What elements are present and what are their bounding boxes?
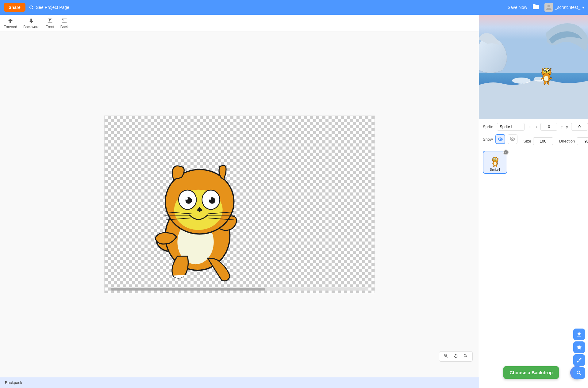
main-layout: Forward Backward Front Back [0, 15, 588, 388]
size-input[interactable] [533, 137, 553, 145]
username-label: _scratchtest_ [555, 5, 580, 10]
canvas-scrollbar-thumb [111, 288, 265, 291]
xy-arrows-icon: ↔ [528, 124, 532, 130]
show-visible-button[interactable] [495, 134, 505, 144]
arctic-background [479, 15, 588, 119]
direction-label: Direction [559, 139, 575, 143]
toolbar-item-front[interactable]: Front [46, 17, 54, 29]
folder-icon[interactable] [532, 3, 540, 12]
zoom-reset-icon [453, 353, 458, 358]
show-size-row: Show [483, 134, 588, 148]
editor-panel: Forward Backward Front Back [0, 15, 479, 388]
choose-backdrop-button[interactable]: Choose a Backdrop [503, 366, 559, 379]
toolbar-item-back[interactable]: Back [60, 17, 69, 29]
zoom-out-button[interactable] [442, 353, 450, 360]
size-label: Size [524, 139, 531, 143]
save-now-button[interactable]: Save Now [508, 5, 527, 10]
scratch-cat-sprite [132, 131, 255, 284]
star-icon [576, 344, 582, 350]
sprite-panel: Sprite ↔ x ↕ y Show [479, 119, 588, 388]
refresh-icon [29, 5, 34, 10]
direction-input[interactable] [577, 137, 588, 145]
toolbar-item-forward[interactable]: Forward [4, 17, 17, 29]
backward-label: Backward [23, 25, 40, 29]
back-label: Back [60, 25, 69, 29]
see-project-label: See Project Page [36, 5, 69, 10]
svg-point-35 [494, 162, 496, 165]
avatar-icon [545, 4, 552, 11]
svg-point-32 [494, 158, 494, 159]
see-project-button[interactable]: See Project Page [29, 5, 69, 10]
upload-icon [576, 331, 582, 337]
upload-action-button[interactable] [573, 329, 585, 340]
side-action-buttons [573, 329, 585, 379]
toolbar: Forward Backward Front Back [0, 15, 479, 32]
show-row: Show [483, 134, 517, 144]
navbar: Share See Project Page Save Now _scratch… [0, 0, 588, 15]
eye-icon [498, 136, 503, 142]
yz-arrows-icon: ↕ [560, 124, 563, 130]
search-icon [576, 370, 582, 376]
sprite-thumb-sprite1[interactable]: × [483, 151, 507, 174]
direction-group: Direction [559, 137, 588, 145]
stage-preview [479, 15, 588, 119]
zoom-controls [439, 351, 473, 362]
backward-icon [28, 17, 35, 24]
sprite1-label: Sprite1 [490, 168, 501, 171]
navbar-right: Save Now _scratchtest_ ▾ [508, 3, 584, 12]
sprite-delete-button[interactable]: × [503, 150, 509, 155]
canvas-scrollbar[interactable] [111, 288, 368, 291]
front-icon [47, 17, 53, 24]
show-label: Show [483, 137, 493, 142]
sprite-name-input[interactable] [497, 123, 525, 131]
zoom-in-button[interactable] [461, 353, 470, 360]
paint-action-button[interactable] [573, 354, 585, 366]
svg-point-9 [209, 197, 211, 200]
star-action-button[interactable] [573, 341, 585, 353]
front-label: Front [46, 25, 54, 29]
eye-slash-icon [510, 136, 515, 142]
svg-point-24 [544, 70, 546, 71]
forward-label: Forward [4, 25, 17, 29]
show-hidden-button[interactable] [508, 134, 517, 144]
delete-icon: × [504, 150, 508, 154]
svg-point-33 [496, 158, 497, 159]
folder-svg [532, 3, 540, 10]
arctic-scene [479, 15, 588, 119]
zoom-in-icon [463, 353, 468, 358]
user-avatar [544, 3, 553, 12]
toolbar-item-backward[interactable]: Backward [23, 17, 40, 29]
sprite-info-row: Sprite ↔ x ↕ y [483, 123, 588, 131]
back-icon [61, 17, 68, 24]
sprites-list: × [483, 151, 588, 174]
stage-col: Sprite ↔ x ↕ y Show [479, 119, 588, 388]
forward-icon [7, 17, 14, 24]
sprite1-thumbnail [488, 154, 502, 167]
paint-icon [576, 357, 582, 363]
backpack-label: Backpack [5, 380, 22, 385]
canvas-wrapper [104, 116, 375, 293]
zoom-out-icon [444, 353, 448, 358]
svg-point-18 [512, 78, 531, 84]
x-label: x [536, 124, 538, 129]
svg-point-27 [544, 76, 548, 81]
canvas-container [0, 32, 479, 377]
y-coord-input[interactable] [571, 123, 588, 131]
share-button[interactable]: Share [4, 3, 25, 12]
x-coord-input[interactable] [540, 123, 557, 131]
backpack-bar[interactable]: Backpack [0, 377, 479, 388]
y-label: y [566, 124, 568, 129]
right-panel: Sprite ↔ x ↕ y Show [479, 15, 588, 388]
user-area[interactable]: _scratchtest_ ▾ [544, 3, 584, 12]
right-content: Sprite ↔ x ↕ y Show [479, 119, 588, 388]
sprite-thumb-image [487, 153, 503, 167]
dropdown-arrow: ▾ [582, 5, 584, 10]
zoom-reset-button[interactable] [452, 353, 460, 360]
svg-point-8 [185, 197, 188, 200]
size-group: Size [524, 137, 553, 145]
sprite-label: Sprite [483, 124, 493, 129]
search-action-button[interactable] [573, 367, 585, 379]
